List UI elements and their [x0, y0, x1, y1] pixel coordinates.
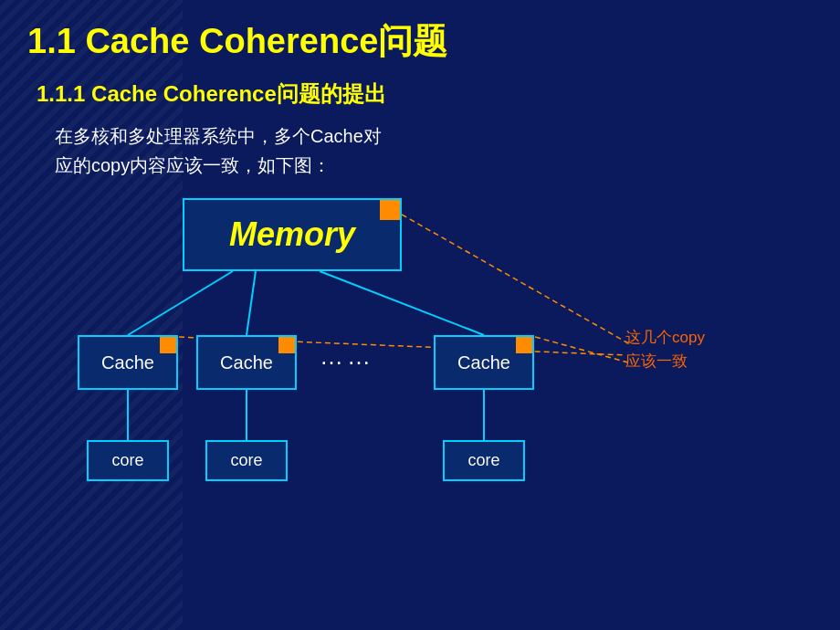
cache-box-3: Cache — [434, 335, 534, 390]
svg-line-6 — [402, 215, 630, 344]
cache-box-1: Cache — [78, 335, 178, 390]
svg-line-0 — [128, 271, 233, 335]
description-text: 在多核和多处理器系统中，多个Cache对 应的copy内容应该一致，如下图： — [55, 121, 813, 180]
annotation-text: 这几个copy 应该一致 — [625, 326, 705, 373]
core-box-1: core — [87, 440, 169, 481]
core2-label: core — [230, 451, 262, 470]
core1-label: core — [111, 451, 143, 470]
dots-separator: …… — [320, 342, 374, 371]
page-title: 1.1 Cache Coherence问题 — [27, 18, 813, 65]
core-box-2: core — [205, 440, 288, 481]
svg-line-8 — [535, 337, 628, 362]
memory-orange-corner — [380, 200, 400, 220]
cache2-label: Cache — [220, 352, 273, 373]
cache3-orange-corner — [516, 337, 532, 353]
section-subtitle: 1.1.1 Cache Coherence问题的提出 — [37, 79, 813, 109]
cache1-label: Cache — [101, 352, 154, 373]
diagram-area: Memory Cache Cache Cache …… core core — [37, 198, 822, 527]
cache-box-2: Cache — [196, 335, 297, 390]
cache1-orange-corner — [160, 337, 176, 353]
cache3-label: Cache — [457, 352, 510, 373]
core3-label: core — [467, 451, 499, 470]
memory-box: Memory — [183, 198, 402, 271]
memory-label: Memory — [229, 215, 355, 254]
core-box-3: core — [443, 440, 525, 481]
svg-line-2 — [320, 271, 484, 335]
svg-line-1 — [247, 271, 256, 335]
cache2-orange-corner — [278, 337, 295, 353]
